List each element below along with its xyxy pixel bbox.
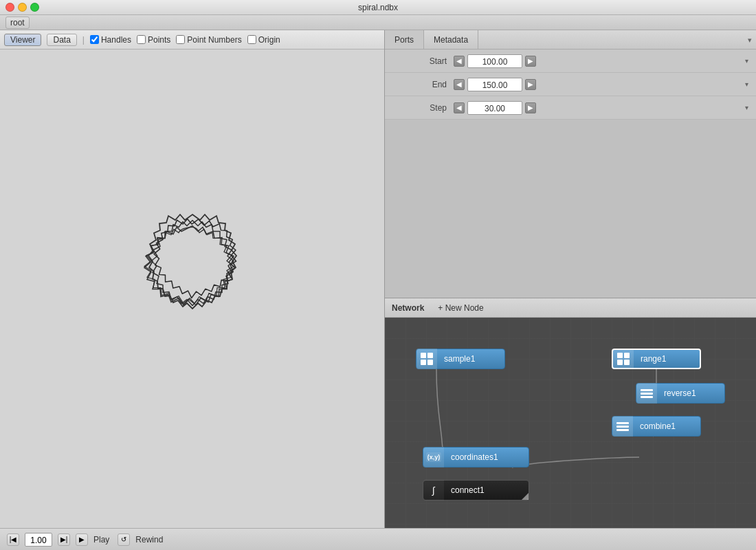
node-range1-icon [613, 349, 634, 369]
node-range1-label: range1 [634, 354, 673, 364]
origin-check[interactable]: Origin [247, 35, 280, 45]
node-reverse1-icon [636, 383, 657, 404]
node-combine1[interactable]: combine1 [612, 416, 701, 437]
main-layout: Viewer Data | Handles Points Point Numbe… [0, 30, 756, 528]
bottom-bar: |◀ 1.00 ▶| ▶ Play ↺ Rewind [0, 528, 756, 550]
port-expand-step[interactable]: ▾ [741, 102, 752, 113]
node-connect1[interactable]: ∫ connect1 [423, 480, 529, 500]
node-coordinates1[interactable]: (x,y) coordinates1 [423, 447, 529, 468]
handles-label: Handles [101, 35, 131, 45]
traffic-lights [5, 3, 39, 12]
port-row-start: Start ◀ 100.00 ▶ ▾ [385, 50, 756, 73]
port-arrow-left-end[interactable]: ◀ [454, 79, 465, 90]
minimize-button[interactable] [18, 3, 27, 12]
point-numbers-label: Point Numbers [187, 35, 241, 45]
connect-icon: ∫ [432, 485, 435, 496]
close-button[interactable] [5, 3, 14, 12]
list-icon-reverse [641, 389, 653, 398]
gear-final [76, 172, 309, 406]
port-row-end: End ◀ 150.00 ▶ ▾ [385, 73, 756, 96]
node-connect1-label: connect1 [444, 485, 491, 495]
title-bar: spiral.ndbx [0, 0, 756, 15]
right-panel: Ports Metadata ▾ Start ◀ 100.00 ▶ ▾ [385, 30, 756, 528]
port-control-end: ◀ 150.00 ▶ [454, 78, 741, 91]
viewer-canvas[interactable] [0, 50, 384, 528]
port-label-step: Step [385, 103, 454, 113]
viewer-panel: Viewer Data | Handles Points Point Numbe… [0, 30, 385, 528]
node-sample1[interactable]: sample1 [416, 349, 505, 369]
origin-checkbox[interactable] [247, 35, 256, 44]
port-label-start: Start [385, 56, 454, 66]
rewind-button-icon[interactable]: ↺ [118, 534, 130, 546]
xy-icon: (x,y) [426, 452, 442, 462]
port-expand-start[interactable]: ▾ [741, 56, 752, 67]
node-combine1-icon [612, 416, 633, 437]
frame-display[interactable]: 1.00 [25, 533, 52, 547]
data-tab[interactable]: Data [47, 34, 76, 46]
toolbar-separator: | [82, 35, 85, 45]
node-reverse1[interactable]: reverse1 [636, 383, 725, 404]
port-value-step[interactable]: 30.00 [467, 101, 522, 115]
node-coordinates1-label: coordinates1 [444, 452, 505, 462]
port-arrow-left-step[interactable]: ◀ [454, 102, 465, 113]
point-numbers-check[interactable]: Point Numbers [176, 35, 241, 45]
points-check[interactable]: Points [137, 35, 170, 45]
points-label: Points [148, 35, 170, 45]
point-numbers-checkbox[interactable] [176, 35, 185, 44]
node-sample1-icon [416, 349, 437, 369]
network-canvas[interactable]: sample1 range1 [385, 318, 756, 528]
port-row-step: Step ◀ 30.00 ▶ ▾ [385, 96, 756, 120]
play-forward-button[interactable]: ▶| [58, 534, 70, 546]
ports-tab[interactable]: Ports [385, 30, 424, 49]
rewind-to-start-button[interactable]: |◀ [7, 534, 19, 546]
points-checkbox[interactable] [137, 35, 146, 44]
node-connect1-indicator [522, 493, 529, 500]
network-panel: Network + New Node [385, 298, 756, 528]
node-coordinates1-icon: (x,y) [423, 447, 444, 468]
node-range1[interactable]: range1 [612, 349, 701, 369]
rewind-label[interactable]: Rewind [135, 535, 163, 544]
node-combine1-label: combine1 [633, 421, 682, 431]
network-title: Network [392, 303, 424, 313]
port-control-step: ◀ 30.00 ▶ [454, 101, 741, 115]
viewer-toolbar: Viewer Data | Handles Points Point Numbe… [0, 30, 384, 50]
node-connect1-icon: ∫ [423, 480, 444, 500]
maximize-button[interactable] [30, 3, 39, 12]
ports-panel: Ports Metadata ▾ Start ◀ 100.00 ▶ ▾ [385, 30, 756, 298]
window-title: spiral.ndbx [358, 3, 398, 12]
panel-collapse[interactable]: ▾ [748, 35, 752, 44]
port-expand-end[interactable]: ▾ [741, 79, 752, 90]
handles-checkbox[interactable] [90, 35, 99, 44]
breadcrumb-bar: root [0, 15, 756, 30]
breadcrumb-root[interactable]: root [5, 16, 30, 29]
metadata-tab[interactable]: Metadata [424, 30, 478, 49]
network-header: Network + New Node [385, 298, 756, 318]
port-control-start: ◀ 100.00 ▶ [454, 54, 741, 68]
list-icon-combine [616, 422, 629, 431]
ports-empty-area [385, 120, 756, 298]
port-arrow-right-start[interactable]: ▶ [525, 56, 536, 67]
origin-label: Origin [258, 35, 280, 45]
port-label-end: End [385, 80, 454, 89]
port-value-start[interactable]: 100.00 [467, 54, 522, 68]
panel-tabs: Ports Metadata ▾ [385, 30, 756, 50]
play-label[interactable]: Play [93, 535, 109, 544]
viewer-tab[interactable]: Viewer [4, 34, 41, 46]
port-arrow-right-step[interactable]: ▶ [525, 102, 536, 113]
ports-content: Start ◀ 100.00 ▶ ▾ End ◀ 150.00 ▶ [385, 50, 756, 298]
node-reverse1-label: reverse1 [657, 388, 703, 398]
handles-check[interactable]: Handles [90, 35, 131, 45]
port-arrow-left-start[interactable]: ◀ [454, 56, 465, 67]
play-button-icon[interactable]: ▶ [76, 534, 88, 546]
new-node-button[interactable]: + New Node [438, 303, 483, 313]
grid-icon-range [617, 353, 630, 365]
node-sample1-label: sample1 [437, 354, 482, 364]
port-arrow-right-end[interactable]: ▶ [525, 79, 536, 90]
grid-icon [421, 353, 433, 365]
port-value-end[interactable]: 150.00 [467, 78, 522, 91]
